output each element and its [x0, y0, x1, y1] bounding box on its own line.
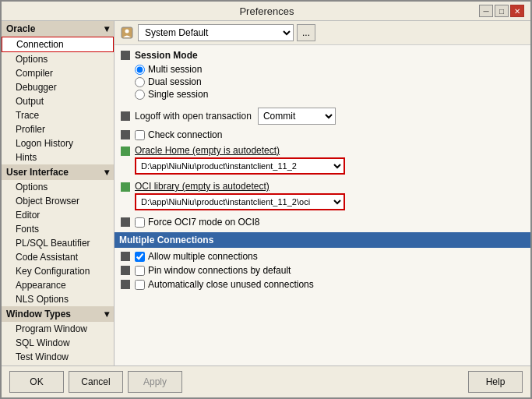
multiple-connections-header: Multiple Connections	[115, 232, 530, 248]
profile-icon	[119, 25, 135, 41]
preferences-window: Preferences ─ □ ✕ Oracle ▾ Connection Op…	[0, 0, 532, 399]
auto-close-checkbox[interactable]	[135, 280, 145, 290]
oci-library-select[interactable]: D:\app\NiuNiu\product\instantclient_11_2…	[135, 193, 345, 210]
pin-connections-checkbox[interactable]	[135, 266, 145, 276]
sidebar-item-logon-history[interactable]: Logon History	[2, 136, 114, 150]
profile-bar: System Default ...	[115, 21, 530, 45]
settings-panel: Session Mode Multi session Dual session	[115, 45, 530, 365]
auto-close-label[interactable]: Automatically close unused connections	[135, 279, 314, 290]
cancel-button[interactable]: Cancel	[69, 371, 123, 393]
sidebar-item-key-configuration[interactable]: Key Configuration	[2, 264, 114, 278]
sidebar-category-user-interface[interactable]: User Interface ▾	[2, 164, 114, 180]
check-connection-label[interactable]: Check connection	[135, 129, 222, 140]
session-mode-radio-group: Multi session Dual session Single sessio…	[135, 64, 524, 100]
sidebar-item-profiler[interactable]: Profiler	[2, 122, 114, 136]
sidebar-item-trace[interactable]: Trace	[2, 108, 114, 122]
sidebar-item-compiler[interactable]: Compiler	[2, 66, 114, 80]
auto-close-marker	[121, 280, 130, 289]
auto-close-section: Automatically close unused connections	[121, 279, 524, 290]
sidebar-category-wt-label: Window Types	[6, 309, 71, 320]
oracle-home-select[interactable]: D:\app\NiuNiu\product\instantclient_11_2	[135, 157, 345, 175]
sidebar-category-window-types[interactable]: Window Types ▾	[2, 306, 114, 322]
oci-library-marker	[121, 182, 130, 192]
check-connection-section: Check connection	[121, 129, 524, 140]
pin-connections-section: Pin window connections by default	[121, 265, 524, 276]
oci-library-label: OCI library (empty is autodetect)	[135, 181, 345, 192]
radio-multi-session[interactable]: Multi session	[135, 64, 524, 75]
chevron-down-icon: ▾	[104, 23, 109, 34]
session-mode-header: Session Mode	[121, 50, 524, 61]
oci-library-content: OCI library (empty is autodetect) D:\app…	[135, 181, 345, 210]
session-mode-marker	[121, 51, 130, 60]
close-button[interactable]: ✕	[510, 5, 524, 17]
sidebar-item-debugger[interactable]: Debugger	[2, 80, 114, 94]
logoff-label: Logoff with open transaction	[135, 111, 252, 122]
radio-multi-session-input[interactable]	[135, 65, 145, 75]
oracle-home-marker	[121, 147, 130, 156]
profile-dropdown[interactable]: System Default	[138, 24, 294, 41]
main-content: Oracle ▾ Connection Options Compiler Deb…	[2, 21, 530, 365]
bottom-left-buttons: OK Cancel Apply	[9, 371, 182, 393]
sidebar-item-editor[interactable]: Editor	[2, 208, 114, 222]
sidebar-item-output[interactable]: Output	[2, 94, 114, 108]
sidebar: Oracle ▾ Connection Options Compiler Deb…	[2, 21, 115, 365]
oracle-home-content: Oracle Home (empty is autodetect) D:\app…	[135, 145, 345, 175]
radio-single-session-input[interactable]	[135, 90, 145, 100]
chevron-down-icon-wt: ▾	[104, 309, 109, 320]
session-mode-title: Session Mode	[135, 50, 198, 61]
apply-button[interactable]: Apply	[128, 371, 182, 393]
window-title: Preferences	[55, 5, 479, 17]
oracle-home-label: Oracle Home (empty is autodetect)	[135, 145, 345, 156]
profile-extra-button[interactable]: ...	[297, 24, 315, 41]
allow-multiple-section: Allow multiple connections	[121, 251, 524, 262]
oracle-home-section: Oracle Home (empty is autodetect) D:\app…	[121, 145, 524, 175]
radio-dual-session-input[interactable]	[135, 77, 145, 87]
sidebar-item-options[interactable]: Options	[2, 52, 114, 66]
force-oci7-label[interactable]: Force OCI7 mode on OCI8	[135, 217, 259, 228]
force-oci7-section: Force OCI7 mode on OCI8	[121, 217, 524, 228]
sidebar-item-test-window[interactable]: Test Window	[2, 350, 114, 364]
svg-point-1	[125, 30, 129, 34]
minimize-button[interactable]: ─	[479, 5, 493, 17]
sidebar-category-oracle[interactable]: Oracle ▾	[2, 21, 114, 37]
logoff-row: Logoff with open transaction Commit Roll…	[135, 108, 336, 125]
content-area: System Default ... Session Mode Multi se…	[115, 21, 530, 365]
sidebar-item-connection[interactable]: Connection	[2, 37, 114, 52]
session-mode-content: Multi session Dual session Single sessio…	[135, 64, 524, 100]
title-bar: Preferences ─ □ ✕	[2, 2, 530, 21]
sidebar-item-ui-options[interactable]: Options	[2, 180, 114, 194]
sidebar-item-sql-window[interactable]: SQL Window	[2, 336, 114, 350]
sidebar-category-ui-label: User Interface	[6, 167, 69, 178]
logoff-section: Logoff with open transaction Commit Roll…	[121, 108, 524, 125]
maximize-button[interactable]: □	[495, 5, 509, 17]
check-connection-marker	[121, 130, 130, 139]
sidebar-category-oracle-label: Oracle	[6, 23, 35, 34]
ok-button[interactable]: OK	[9, 371, 64, 393]
sidebar-item-nls-options[interactable]: NLS Options	[2, 292, 114, 306]
sidebar-item-plsql-beautifier[interactable]: PL/SQL Beautifier	[2, 236, 114, 250]
radio-single-session[interactable]: Single session	[135, 89, 524, 100]
allow-multiple-checkbox[interactable]	[135, 252, 145, 262]
sidebar-item-appearance[interactable]: Appearance	[2, 278, 114, 292]
force-oci7-checkbox[interactable]	[135, 217, 145, 228]
window-controls: ─ □ ✕	[479, 5, 524, 17]
allow-multiple-marker	[121, 252, 130, 261]
sidebar-item-fonts[interactable]: Fonts	[2, 222, 114, 236]
sidebar-item-object-browser[interactable]: Object Browser	[2, 194, 114, 208]
bottom-bar: OK Cancel Apply Help	[2, 365, 530, 397]
chevron-down-icon-ui: ▾	[104, 167, 109, 178]
help-button[interactable]: Help	[468, 371, 523, 393]
logoff-marker	[121, 111, 130, 121]
force-oci7-marker	[121, 217, 130, 227]
allow-multiple-label[interactable]: Allow multiple connections	[135, 251, 258, 262]
sidebar-item-code-assistant[interactable]: Code Assistant	[2, 250, 114, 264]
logoff-select[interactable]: Commit Rollback Ask	[258, 108, 336, 125]
sidebar-item-hints[interactable]: Hints	[2, 150, 114, 164]
pin-connections-label[interactable]: Pin window connections by default	[135, 265, 291, 276]
check-connection-checkbox[interactable]	[135, 130, 145, 140]
oci-library-section: OCI library (empty is autodetect) D:\app…	[121, 181, 524, 210]
pin-connections-marker	[121, 266, 130, 275]
sidebar-item-program-window[interactable]: Program Window	[2, 322, 114, 336]
radio-dual-session[interactable]: Dual session	[135, 76, 524, 87]
